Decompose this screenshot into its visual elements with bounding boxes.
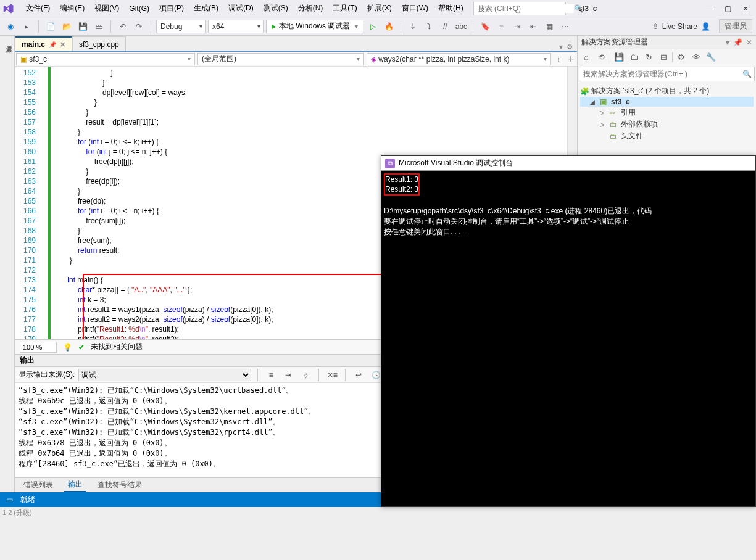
zoom-select[interactable]: 100 %: [20, 342, 57, 353]
nav-context-select[interactable]: (全局范围): [197, 53, 364, 65]
config-select[interactable]: Debug: [156, 20, 206, 33]
output-clear-button[interactable]: ✕≡: [325, 368, 339, 382]
sol-search[interactable]: 🔍: [579, 67, 755, 81]
redo-button[interactable]: ↷: [132, 20, 146, 33]
nav-func-select[interactable]: ◈ ways2(char ** pizza, int pizzaSize, in…: [367, 53, 551, 65]
tree-headers[interactable]: 🗀头文件: [580, 130, 754, 142]
output-wrap-button[interactable]: ↩: [352, 368, 365, 382]
tab-label: sf3_cpp.cpp: [79, 40, 119, 49]
menu-test[interactable]: 测试(S): [259, 1, 293, 16]
sol-preview-icon[interactable]: 👁: [690, 51, 702, 64]
nav-scope-select[interactable]: ▣ sf3_c: [16, 53, 195, 65]
tree-root[interactable]: 🧩解决方案 'sf3_c' (2 个项目，共 2 个): [580, 85, 754, 97]
sol-home-icon[interactable]: ⌂: [580, 51, 592, 64]
sol-dropdown-icon[interactable]: ▾: [726, 38, 729, 47]
tab-gear-icon[interactable]: ⚙: [567, 43, 573, 51]
sol-refresh-icon[interactable]: ↻: [642, 51, 655, 64]
live-share-icon[interactable]: ⇪: [652, 22, 658, 31]
nav-back-button[interactable]: ◉: [4, 20, 17, 33]
live-share-label[interactable]: Live Share: [662, 22, 697, 31]
bottom-tab-find[interactable]: 查找符号结果: [94, 479, 146, 492]
debug-console-window[interactable]: ⧉ Microsoft Visual Studio 调试控制台 Result1:…: [381, 155, 756, 507]
tree-project[interactable]: ◢▣sf3_c: [580, 97, 754, 107]
sol-title: 解决方案资源管理器: [581, 37, 648, 47]
menu-git[interactable]: Git(G): [124, 2, 154, 15]
save-button[interactable]: 💾: [76, 20, 89, 33]
indent-icon[interactable]: ⇥: [510, 20, 524, 33]
open-button[interactable]: 📂: [60, 20, 73, 33]
undo-button[interactable]: ↶: [116, 20, 130, 33]
uncomment-icon[interactable]: abc: [454, 20, 468, 33]
tab-dropdown-icon[interactable]: ▾: [559, 43, 563, 51]
menu-file[interactable]: 文件(F): [21, 1, 55, 16]
nav-expand-icon[interactable]: ✛: [565, 55, 577, 64]
close-tab-icon[interactable]: ✕: [60, 41, 65, 49]
tab-sf3cpp[interactable]: sf3_cpp.cpp: [72, 36, 126, 51]
tree-external[interactable]: ▷🗀外部依赖项: [580, 118, 754, 130]
tab-main-c[interactable]: main.c 📌 ✕: [15, 36, 72, 51]
more-icon[interactable]: ⋯: [559, 20, 572, 33]
menu-build[interactable]: 生成(B): [189, 1, 223, 16]
toolbar: ◉ ▸ 📄 📂 💾 🗃 ↶ ↷ Debug x64 ▶本地 Windows 调试…: [0, 17, 756, 36]
menu-extensions[interactable]: 扩展(X): [362, 1, 397, 16]
maximize-button[interactable]: ▢: [725, 4, 731, 13]
platform-select[interactable]: x64: [208, 20, 264, 33]
menu-debug[interactable]: 调试(D): [223, 1, 259, 16]
admin-badge: 管理员: [719, 19, 752, 33]
menu-analyze[interactable]: 分析(N): [293, 1, 328, 16]
format-icon[interactable]: ≡: [494, 20, 508, 33]
output-btn1[interactable]: ≡: [264, 368, 278, 382]
sol-sync-icon[interactable]: ⟲: [595, 51, 607, 64]
step-over-icon[interactable]: ⤵: [422, 20, 436, 33]
search-box[interactable]: 🔍: [473, 2, 566, 15]
tab-label: main.c: [22, 40, 45, 49]
no-issues-label: 未找到相关问题: [91, 342, 143, 352]
output-btn3[interactable]: ⎀: [299, 368, 312, 382]
output-btn2[interactable]: ⇥: [281, 368, 295, 382]
tree-refs[interactable]: ▷▫▫引用: [580, 107, 754, 118]
comment-icon[interactable]: //: [438, 20, 452, 33]
bottom-tab-errors[interactable]: 错误列表: [20, 479, 57, 492]
toggle-icon[interactable]: ▦: [542, 20, 556, 33]
bottom-tab-output[interactable]: 输出: [64, 478, 86, 492]
minimize-button[interactable]: —: [706, 4, 713, 13]
sol-props-icon[interactable]: ⚙: [675, 51, 687, 64]
menu-view[interactable]: 视图(V): [89, 1, 124, 16]
close-button[interactable]: ✕: [742, 4, 749, 13]
sol-search-input[interactable]: [579, 70, 740, 78]
console-body[interactable]: Result1: 3 Result2: 3 D:\mysetup\gopath\…: [381, 171, 755, 240]
bookmark-icon[interactable]: 🔖: [478, 20, 492, 33]
outdent-icon[interactable]: ⇤: [526, 20, 540, 33]
run-noattach-button[interactable]: ▷: [366, 20, 380, 33]
menu-help[interactable]: 帮助(H): [433, 1, 468, 16]
sol-showall-icon[interactable]: 🗀: [628, 51, 640, 64]
sol-save-icon[interactable]: 💾: [613, 51, 625, 64]
nav-split-icon[interactable]: ⁞: [552, 55, 565, 64]
code-nav-bar: ▣ sf3_c (全局范围) ◈ ways2(char ** pizza, in…: [15, 52, 577, 67]
menu-project[interactable]: 项目(P): [154, 1, 189, 16]
new-file-button[interactable]: 📄: [44, 20, 57, 33]
step-into-icon[interactable]: ⇣: [406, 20, 420, 33]
menu-window[interactable]: 窗口(W): [397, 1, 433, 16]
menu-tools[interactable]: 工具(T): [328, 1, 362, 16]
menu-edit[interactable]: 编辑(E): [55, 1, 89, 16]
fold-gutter[interactable]: [39, 67, 48, 339]
run-debugger-button[interactable]: ▶本地 Windows 调试器▾: [266, 20, 363, 33]
status-ready: 就绪: [20, 495, 35, 505]
left-toolbox-gutter[interactable]: 工具箱: [0, 36, 15, 492]
console-titlebar[interactable]: ⧉ Microsoft Visual Studio 调试控制台: [381, 156, 755, 171]
output-source-select[interactable]: 调试: [78, 369, 251, 381]
nav-fwd-button[interactable]: ▸: [20, 20, 33, 33]
sol-close-icon[interactable]: ✕: [746, 38, 752, 47]
sol-collapse-icon[interactable]: ⊟: [657, 51, 670, 64]
console-app-icon: ⧉: [385, 159, 395, 168]
account-icon[interactable]: 👤: [701, 22, 710, 31]
save-all-button[interactable]: 🗃: [92, 20, 106, 33]
search-input[interactable]: [474, 4, 574, 13]
output-title: 输出: [20, 355, 35, 366]
sol-wrench-icon[interactable]: 🔧: [705, 51, 717, 64]
sol-pin-icon[interactable]: 📌: [733, 38, 742, 47]
hot-reload-icon[interactable]: 🔥: [382, 20, 396, 33]
pin-icon[interactable]: 📌: [49, 41, 56, 48]
lightbulb-icon[interactable]: 💡: [63, 343, 72, 352]
